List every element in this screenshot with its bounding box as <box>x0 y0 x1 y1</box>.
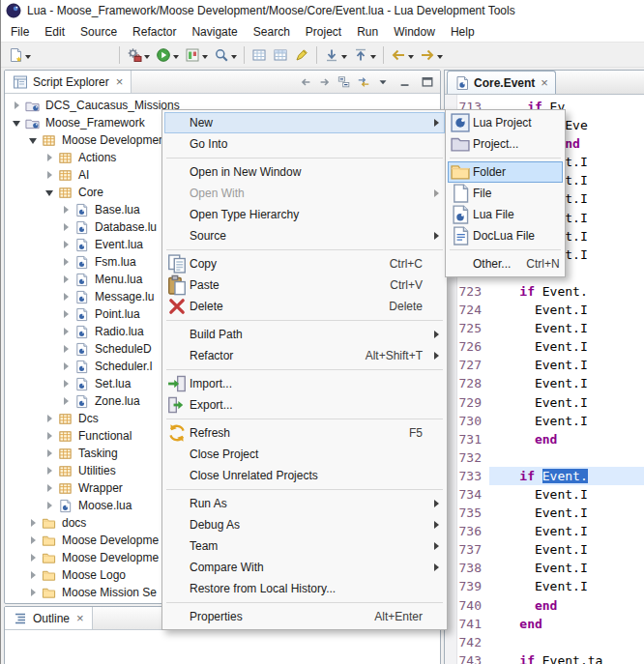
link-with-editor-button[interactable] <box>354 72 372 91</box>
expand-arrow-icon[interactable] <box>60 221 73 234</box>
expand-arrow-icon[interactable] <box>27 534 40 547</box>
code-text[interactable]: if Event. <box>489 467 644 485</box>
dropdown-caret-icon[interactable] <box>341 55 347 62</box>
menu-item-debug-as[interactable]: Debug As <box>164 514 445 535</box>
menu-item-paste[interactable]: PasteCtrl+V <box>164 274 445 296</box>
menu-item-close-project[interactable]: Close Project <box>164 444 445 465</box>
code-text[interactable]: Event.I <box>489 522 644 540</box>
code-text[interactable]: end <box>489 615 644 633</box>
menu-edit[interactable]: Edit <box>37 23 73 41</box>
menu-item-other[interactable]: Other...Ctrl+N <box>448 253 563 274</box>
code-text[interactable] <box>489 448 644 467</box>
expand-arrow-icon[interactable] <box>60 256 73 269</box>
menu-run[interactable]: Run <box>349 23 386 41</box>
code-coverage-button[interactable] <box>182 44 211 66</box>
menu-item-restore-from-local-history[interactable]: Restore from Local History... <box>164 578 445 599</box>
menu-item-lua-file[interactable]: Lua File <box>448 204 563 225</box>
expand-arrow-icon[interactable] <box>27 587 40 599</box>
menu-item-open-type-hierarchy[interactable]: Open Type Hierarchy <box>164 204 445 225</box>
minimize-button[interactable] <box>395 72 414 91</box>
menu-item-import[interactable]: Import... <box>164 373 445 394</box>
code-text[interactable]: Event.I <box>489 577 644 595</box>
tab-outline[interactable]: Outline × <box>5 607 93 629</box>
open-search-button[interactable] <box>211 44 240 66</box>
collapse-arrow-icon[interactable] <box>27 134 40 147</box>
expand-arrow-icon[interactable] <box>44 169 56 182</box>
menu-item-close-unrelated-projects[interactable]: Close Unrelated Projects <box>164 465 445 486</box>
tab-script-explorer[interactable]: Script Explorer × <box>5 71 132 93</box>
code-text[interactable]: Event.I <box>489 337 644 356</box>
code-text[interactable]: Event.I <box>489 319 644 337</box>
expand-arrow-icon[interactable] <box>60 343 73 356</box>
new-wizard-button[interactable] <box>5 44 34 66</box>
mark-occurrences-button[interactable] <box>291 44 312 66</box>
show-grammar-table-button[interactable] <box>249 44 270 66</box>
expand-arrow-icon[interactable] <box>44 152 56 164</box>
dropdown-caret-icon[interactable] <box>437 55 443 62</box>
menu-item-open-in-new-window[interactable]: Open in New Window <box>164 161 445 183</box>
expand-arrow-icon[interactable] <box>60 291 73 303</box>
menu-item-source[interactable]: Source <box>164 225 445 246</box>
expand-arrow-icon[interactable] <box>44 430 56 443</box>
expand-arrow-icon[interactable] <box>44 500 56 512</box>
view-menu-button[interactable] <box>373 72 392 91</box>
expand-arrow-icon[interactable] <box>60 204 73 217</box>
code-text[interactable]: end <box>489 430 644 448</box>
code-text[interactable]: Event.I <box>489 559 644 577</box>
close-icon[interactable]: × <box>116 75 124 88</box>
menu-item-new[interactable]: New <box>164 112 445 133</box>
previous-annotation-button[interactable] <box>350 44 379 66</box>
code-text[interactable]: Event.I <box>489 504 644 522</box>
forward-button[interactable] <box>315 72 334 91</box>
dropdown-caret-icon[interactable] <box>25 55 31 62</box>
menu-item-compare-with[interactable]: Compare With <box>164 557 445 578</box>
code-text[interactable]: Event.I <box>489 485 644 504</box>
expand-arrow-icon[interactable] <box>60 361 73 373</box>
expand-arrow-icon[interactable] <box>60 239 73 251</box>
expand-arrow-icon[interactable] <box>60 395 73 408</box>
back-button[interactable] <box>296 72 314 91</box>
menu-window[interactable]: Window <box>386 23 443 41</box>
expand-arrow-icon[interactable] <box>27 552 40 564</box>
close-icon[interactable]: × <box>541 76 548 89</box>
menu-item-refactor[interactable]: RefactorAlt+Shift+T <box>164 345 445 366</box>
code-text[interactable]: end <box>489 596 644 615</box>
dropdown-caret-icon[interactable] <box>231 55 237 62</box>
menu-item-properties[interactable]: PropertiesAlt+Enter <box>164 606 445 627</box>
back-history-button[interactable] <box>388 44 417 66</box>
code-text[interactable]: Event.I <box>489 540 644 559</box>
next-annotation-button[interactable] <box>321 44 350 66</box>
menu-item-go-into[interactable]: Go Into <box>164 133 445 155</box>
dropdown-caret-icon[interactable] <box>370 55 376 62</box>
code-text[interactable]: Event.I <box>489 301 644 319</box>
menu-file[interactable]: File <box>3 23 37 41</box>
menu-item-delete[interactable]: DeleteDelete <box>164 296 445 317</box>
expand-arrow-icon[interactable] <box>27 517 40 530</box>
expand-arrow-icon[interactable] <box>44 482 56 495</box>
run-button[interactable] <box>153 44 182 66</box>
menu-item-export[interactable]: Export... <box>164 394 445 416</box>
collapse-arrow-icon[interactable] <box>44 187 56 199</box>
menu-navigate[interactable]: Navigate <box>184 23 245 41</box>
expand-arrow-icon[interactable] <box>60 378 73 390</box>
code-text[interactable]: Event.I <box>489 356 644 374</box>
expand-arrow-icon[interactable] <box>44 465 56 477</box>
expand-arrow-icon[interactable] <box>11 100 23 112</box>
expand-arrow-icon[interactable] <box>44 447 56 460</box>
expand-arrow-icon[interactable] <box>27 569 40 582</box>
expand-arrow-icon[interactable] <box>44 413 56 425</box>
code-text[interactable]: if Event. <box>489 282 644 301</box>
collapse-all-button[interactable] <box>335 72 353 91</box>
menu-item-build-path[interactable]: Build Path <box>164 324 445 345</box>
code-text[interactable]: Event.I <box>489 374 644 392</box>
expand-arrow-icon[interactable] <box>60 274 73 286</box>
close-icon[interactable]: × <box>76 612 84 624</box>
code-text[interactable] <box>489 633 644 651</box>
menu-refactor[interactable]: Refactor <box>125 23 184 41</box>
menu-source[interactable]: Source <box>73 23 125 41</box>
dropdown-caret-icon[interactable] <box>144 55 150 62</box>
menu-project[interactable]: Project <box>298 23 349 41</box>
tab-core-event[interactable]: Core.Event × <box>447 71 556 94</box>
dropdown-caret-icon[interactable] <box>408 55 414 62</box>
dropdown-caret-icon[interactable] <box>173 55 179 62</box>
